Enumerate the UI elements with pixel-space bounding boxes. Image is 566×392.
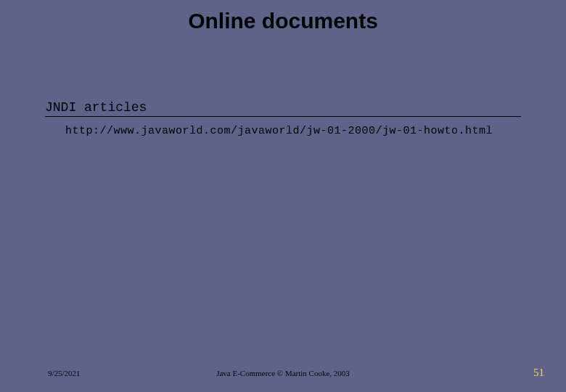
article-link: http://www.javaworld.com/javaworld/jw-01… [65,125,493,137]
section-heading: JNDI articles [45,100,147,115]
slide-title: Online documents [0,9,566,33]
footer-page-number: 51 [533,367,544,379]
footer-credit: Java E-Commerce © Martin Cooke, 2003 [0,369,566,377]
section-underline [45,116,521,117]
